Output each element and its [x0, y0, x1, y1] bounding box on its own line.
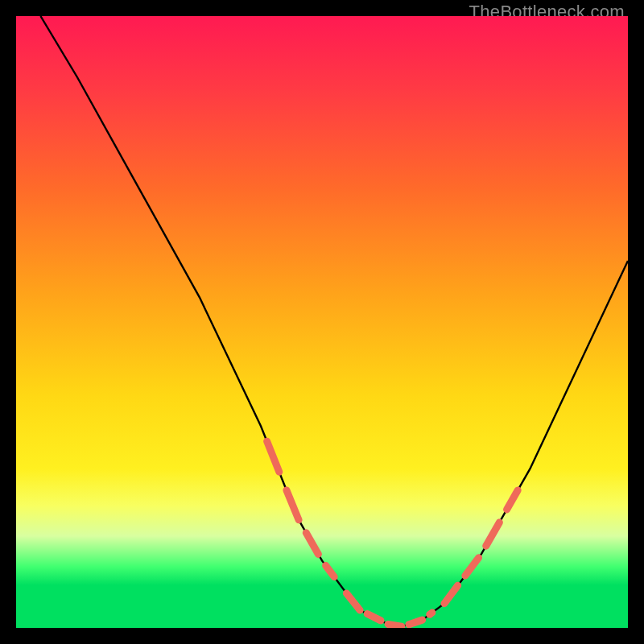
heat-gradient-background	[16, 16, 628, 628]
chart-frame: TheBottleneck.com	[0, 0, 644, 644]
plot-area	[16, 16, 628, 628]
